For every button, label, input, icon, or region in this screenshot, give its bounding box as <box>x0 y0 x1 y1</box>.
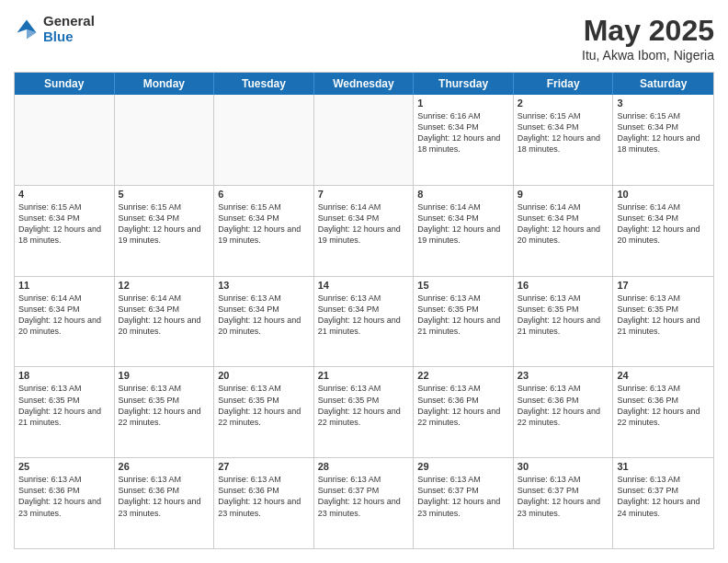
logo-blue: Blue <box>43 29 95 45</box>
day-cell: 12Sunrise: 6:14 AM Sunset: 6:34 PM Dayli… <box>115 277 215 367</box>
day-info: Sunrise: 6:13 AM Sunset: 6:37 PM Dayligh… <box>518 474 609 519</box>
day-number: 16 <box>518 280 609 291</box>
weekday-header: Wednesday <box>314 73 415 95</box>
day-info: Sunrise: 6:14 AM Sunset: 6:34 PM Dayligh… <box>518 201 609 247</box>
day-number: 7 <box>318 189 410 200</box>
day-number: 5 <box>119 189 210 200</box>
day-cell: 5Sunrise: 6:15 AM Sunset: 6:34 PM Daylig… <box>115 186 215 276</box>
page-header: General Blue May 2025 Itu, Akwa Ibom, Ni… <box>14 14 714 63</box>
logo-icon <box>14 17 40 42</box>
logo: General Blue <box>14 14 95 44</box>
empty-cell <box>115 95 215 185</box>
day-info: Sunrise: 6:13 AM Sunset: 6:36 PM Dayligh… <box>119 474 210 519</box>
day-info: Sunrise: 6:15 AM Sunset: 6:34 PM Dayligh… <box>617 110 710 155</box>
day-cell: 10Sunrise: 6:14 AM Sunset: 6:34 PM Dayli… <box>613 186 713 276</box>
day-info: Sunrise: 6:13 AM Sunset: 6:35 PM Dayligh… <box>18 383 110 428</box>
day-number: 27 <box>218 461 310 472</box>
day-info: Sunrise: 6:13 AM Sunset: 6:35 PM Dayligh… <box>119 383 210 428</box>
empty-cell <box>15 95 115 185</box>
day-number: 30 <box>518 461 609 472</box>
day-number: 31 <box>617 461 710 472</box>
weekday-header: Sunday <box>15 73 115 95</box>
day-cell: 15Sunrise: 6:13 AM Sunset: 6:35 PM Dayli… <box>414 277 514 367</box>
day-info: Sunrise: 6:15 AM Sunset: 6:34 PM Dayligh… <box>218 201 310 247</box>
calendar-row: 25Sunrise: 6:13 AM Sunset: 6:36 PM Dayli… <box>15 458 713 548</box>
logo-text: General Blue <box>43 14 95 44</box>
day-info: Sunrise: 6:13 AM Sunset: 6:35 PM Dayligh… <box>617 293 710 338</box>
day-number: 15 <box>417 280 509 291</box>
day-info: Sunrise: 6:13 AM Sunset: 6:34 PM Dayligh… <box>218 293 310 338</box>
day-number: 6 <box>218 189 310 200</box>
day-number: 18 <box>18 370 110 381</box>
day-number: 23 <box>518 370 609 381</box>
day-info: Sunrise: 6:14 AM Sunset: 6:34 PM Dayligh… <box>318 201 410 247</box>
day-cell: 27Sunrise: 6:13 AM Sunset: 6:36 PM Dayli… <box>214 458 314 548</box>
day-info: Sunrise: 6:13 AM Sunset: 6:37 PM Dayligh… <box>318 474 410 519</box>
weekday-header: Monday <box>115 73 215 95</box>
calendar-body: 1Sunrise: 6:16 AM Sunset: 6:34 PM Daylig… <box>15 95 713 548</box>
day-cell: 22Sunrise: 6:13 AM Sunset: 6:36 PM Dayli… <box>414 367 514 457</box>
logo-general: General <box>43 14 95 29</box>
day-number: 2 <box>518 98 609 109</box>
day-number: 29 <box>417 461 509 472</box>
weekday-header: Thursday <box>414 73 514 95</box>
day-info: Sunrise: 6:13 AM Sunset: 6:37 PM Dayligh… <box>417 474 509 519</box>
day-info: Sunrise: 6:13 AM Sunset: 6:35 PM Dayligh… <box>318 383 410 428</box>
day-info: Sunrise: 6:15 AM Sunset: 6:34 PM Dayligh… <box>518 110 609 155</box>
day-number: 12 <box>119 280 210 291</box>
day-number: 26 <box>119 461 210 472</box>
day-cell: 19Sunrise: 6:13 AM Sunset: 6:35 PM Dayli… <box>115 367 215 457</box>
day-number: 22 <box>417 370 509 381</box>
day-info: Sunrise: 6:14 AM Sunset: 6:34 PM Dayligh… <box>18 293 110 338</box>
day-cell: 23Sunrise: 6:13 AM Sunset: 6:36 PM Dayli… <box>514 367 614 457</box>
day-number: 13 <box>218 280 310 291</box>
day-info: Sunrise: 6:14 AM Sunset: 6:34 PM Dayligh… <box>617 201 710 247</box>
calendar-header: SundayMondayTuesdayWednesdayThursdayFrid… <box>15 73 713 95</box>
weekday-header: Saturday <box>613 73 713 95</box>
day-cell: 24Sunrise: 6:13 AM Sunset: 6:36 PM Dayli… <box>613 367 713 457</box>
day-cell: 20Sunrise: 6:13 AM Sunset: 6:35 PM Dayli… <box>214 367 314 457</box>
day-info: Sunrise: 6:13 AM Sunset: 6:35 PM Dayligh… <box>417 293 509 338</box>
day-number: 14 <box>318 280 410 291</box>
day-info: Sunrise: 6:15 AM Sunset: 6:34 PM Dayligh… <box>18 201 110 247</box>
month-title: May 2025 <box>582 14 714 48</box>
day-info: Sunrise: 6:14 AM Sunset: 6:34 PM Dayligh… <box>417 201 509 247</box>
calendar-row: 1Sunrise: 6:16 AM Sunset: 6:34 PM Daylig… <box>15 95 713 186</box>
day-cell: 7Sunrise: 6:14 AM Sunset: 6:34 PM Daylig… <box>314 186 415 276</box>
day-cell: 2Sunrise: 6:15 AM Sunset: 6:34 PM Daylig… <box>514 95 614 185</box>
location: Itu, Akwa Ibom, Nigeria <box>582 48 714 63</box>
day-info: Sunrise: 6:16 AM Sunset: 6:34 PM Dayligh… <box>417 110 509 155</box>
day-cell: 14Sunrise: 6:13 AM Sunset: 6:34 PM Dayli… <box>314 277 415 367</box>
day-info: Sunrise: 6:13 AM Sunset: 6:37 PM Dayligh… <box>617 474 710 519</box>
day-number: 20 <box>218 370 310 381</box>
weekday-header: Friday <box>514 73 614 95</box>
day-number: 19 <box>119 370 210 381</box>
calendar-row: 11Sunrise: 6:14 AM Sunset: 6:34 PM Dayli… <box>15 277 713 368</box>
empty-cell <box>214 95 314 185</box>
day-cell: 13Sunrise: 6:13 AM Sunset: 6:34 PM Dayli… <box>214 277 314 367</box>
calendar-page: General Blue May 2025 Itu, Akwa Ibom, Ni… <box>0 0 728 563</box>
day-info: Sunrise: 6:13 AM Sunset: 6:36 PM Dayligh… <box>218 474 310 519</box>
day-cell: 31Sunrise: 6:13 AM Sunset: 6:37 PM Dayli… <box>613 458 713 548</box>
empty-cell <box>314 95 415 185</box>
day-number: 21 <box>318 370 410 381</box>
day-info: Sunrise: 6:13 AM Sunset: 6:35 PM Dayligh… <box>518 293 609 338</box>
day-cell: 4Sunrise: 6:15 AM Sunset: 6:34 PM Daylig… <box>15 186 115 276</box>
calendar-row: 4Sunrise: 6:15 AM Sunset: 6:34 PM Daylig… <box>15 186 713 277</box>
day-cell: 26Sunrise: 6:13 AM Sunset: 6:36 PM Dayli… <box>115 458 215 548</box>
day-cell: 17Sunrise: 6:13 AM Sunset: 6:35 PM Dayli… <box>613 277 713 367</box>
day-cell: 28Sunrise: 6:13 AM Sunset: 6:37 PM Dayli… <box>314 458 415 548</box>
day-cell: 8Sunrise: 6:14 AM Sunset: 6:34 PM Daylig… <box>414 186 514 276</box>
day-number: 28 <box>318 461 410 472</box>
calendar: SundayMondayTuesdayWednesdayThursdayFrid… <box>14 72 714 549</box>
day-number: 10 <box>617 189 710 200</box>
day-number: 17 <box>617 280 710 291</box>
day-cell: 1Sunrise: 6:16 AM Sunset: 6:34 PM Daylig… <box>414 95 514 185</box>
day-cell: 29Sunrise: 6:13 AM Sunset: 6:37 PM Dayli… <box>414 458 514 548</box>
day-info: Sunrise: 6:13 AM Sunset: 6:36 PM Dayligh… <box>417 383 509 428</box>
day-cell: 30Sunrise: 6:13 AM Sunset: 6:37 PM Dayli… <box>514 458 614 548</box>
day-cell: 18Sunrise: 6:13 AM Sunset: 6:35 PM Dayli… <box>15 367 115 457</box>
day-info: Sunrise: 6:13 AM Sunset: 6:36 PM Dayligh… <box>18 474 110 519</box>
day-cell: 11Sunrise: 6:14 AM Sunset: 6:34 PM Dayli… <box>15 277 115 367</box>
day-info: Sunrise: 6:15 AM Sunset: 6:34 PM Dayligh… <box>119 201 210 247</box>
